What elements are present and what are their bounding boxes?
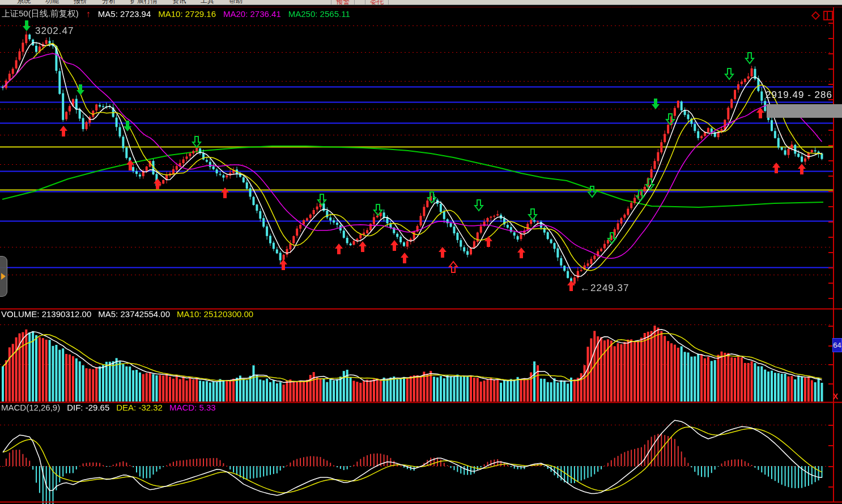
menu-item-quotes[interactable]: 报价 [74, 0, 87, 1]
close-pane-button[interactable]: X [833, 392, 838, 401]
volume-value: VOLUME: 21390312.00 [1, 309, 91, 319]
volume-ma5-value: MA5: 23742554.00 [98, 309, 170, 319]
macd-title: MACD(12,26,9) [1, 403, 60, 412]
menu-item-tools[interactable]: 工具 [201, 0, 214, 1]
layout-switch-icon[interactable] [823, 11, 833, 20]
volume-axis-badge: 64 [832, 338, 842, 352]
volume-ma10-value: MA10: 25120300.00 [177, 309, 253, 319]
main-chart-header: 上证50(日线.前复权) ↑ MA5: 2723.94 MA10: 2729.1… [2, 8, 350, 19]
dif-value: DIF: -29.65 [67, 403, 109, 412]
peak-price-label: 3202.47 [35, 25, 74, 37]
menu-item-system[interactable]: 系统 [17, 0, 31, 1]
menu-item-extended[interactable]: 扩展行情 [130, 0, 158, 1]
menu-item-news[interactable]: 资讯 [172, 0, 186, 1]
trough-price-label: ←2249.37 [580, 283, 629, 294]
ma20-value: MA20: 2736.41 [223, 9, 281, 19]
diamond-tool-icon[interactable] [811, 11, 820, 20]
expand-arrow-icon [1, 273, 6, 280]
menu-hot-item-1[interactable]: 预警 [331, 0, 355, 5]
menu-item-analysis[interactable]: 分析 [102, 0, 116, 1]
chart-canvas[interactable] [0, 0, 842, 504]
ma10-value: MA10: 2729.16 [158, 9, 216, 19]
menu-item-function[interactable]: 功能 [45, 0, 59, 1]
trend-up-arrow-icon: ↑ [86, 9, 91, 19]
macd-value: MACD: 5.33 [169, 403, 216, 412]
sidebar-expand-tab[interactable] [0, 256, 7, 297]
chart-toolbar-icons [813, 11, 833, 20]
menu-hot-item-2[interactable]: 委托 [365, 0, 389, 5]
dea-value: DEA: -32.32 [116, 403, 163, 412]
menu-bar: 系统 功能 报价 分析 扩展行情 资讯 工具 帮助 预警 委托 [0, 0, 842, 5]
ma5-value: MA5: 2723.94 [98, 9, 151, 19]
volume-pane-header: VOLUME: 21390312.00 MA5: 23742554.00 MA1… [1, 309, 253, 319]
macd-pane-header: MACD(12,26,9) DIF: -29.65 DEA: -32.32 MA… [1, 403, 216, 412]
menu-item-help[interactable]: 帮助 [229, 0, 243, 1]
price-tooltip-label: 2919.49 - 286 [766, 89, 832, 101]
price-tooltip-box [767, 104, 842, 118]
ma250-value: MA250: 2565.11 [288, 9, 350, 19]
chart-title: 上证50(日线.前复权) [2, 8, 79, 19]
